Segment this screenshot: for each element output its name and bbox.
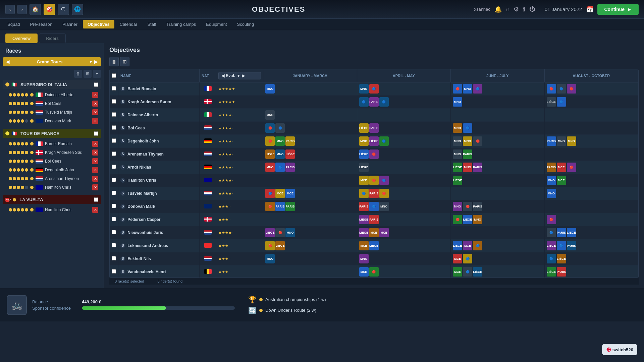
list-item: Bol Cees ✕: [3, 157, 101, 166]
row-checkbox[interactable]: [112, 256, 116, 260]
race-group-tdf-header[interactable]: 🇫🇷 TOUR DE FRANCE: [3, 129, 101, 138]
clock-icon[interactable]: ⏱: [58, 4, 69, 15]
rider-avatar: S: [120, 113, 125, 117]
list-item: Bol Cees ✕: [3, 99, 101, 108]
rider-stars: ★★★★★: [218, 87, 235, 91]
tab-scouting[interactable]: Scouting: [232, 20, 259, 28]
calendar-icon[interactable]: 📅: [586, 6, 593, 13]
tab-squad[interactable]: Squad: [3, 20, 25, 28]
objectives-table: NAME NAT. ◀ Eval. ▼ ▶ JANUARY - MARCH AP…: [110, 69, 638, 278]
rider-stars: ★★★★·: [218, 191, 233, 195]
tab-overview[interactable]: Overview: [5, 34, 38, 43]
rider-stars: ★★★··: [218, 257, 230, 261]
rider-name-cell: S Degenkolb John: [118, 135, 200, 148]
france-flag-icon: 🇫🇷: [11, 131, 17, 136]
row-checkbox[interactable]: [112, 204, 116, 208]
tab-calendar[interactable]: Calendar: [115, 20, 142, 28]
list-item: Dainese Alberto ✕: [3, 90, 101, 99]
row-checkbox[interactable]: [112, 138, 116, 143]
au-flag: [36, 185, 43, 190]
remove-rider-button[interactable]: ✕: [92, 184, 98, 190]
remove-rider-button[interactable]: ✕: [92, 109, 98, 115]
tab-preseason[interactable]: Pre-season: [25, 20, 57, 28]
au-flag: [36, 207, 43, 212]
rider-flag: [204, 217, 212, 222]
sponsor-bar: [82, 306, 235, 310]
tdf-checkbox[interactable]: [94, 131, 98, 136]
rider-stars: ★★★★·: [218, 178, 233, 182]
page-title: OBJECTIVES: [252, 5, 305, 14]
tdf-dot: [5, 131, 9, 135]
add-tool-button[interactable]: ⊞: [120, 57, 129, 66]
topbar-right: xsannac 🔔 ⌂ ⚙ ℹ ⏻ 01 January 2022 📅 Cont…: [474, 4, 639, 15]
nav-forward-button[interactable]: ›: [17, 5, 27, 14]
row-checkbox[interactable]: [112, 99, 116, 104]
nav-back-button[interactable]: ‹: [5, 5, 15, 14]
rider-name-cell: S Donovan Mark: [118, 200, 200, 213]
power-icon[interactable]: ⏻: [529, 6, 535, 13]
list-item: Donovan Mark ✕: [3, 117, 101, 125]
supergiro-checkbox[interactable]: [94, 82, 98, 87]
copy-icon[interactable]: ⊞: [84, 70, 92, 78]
list-item: Tusveld Martijn ✕: [3, 108, 101, 117]
row-checkbox-cell: [110, 265, 118, 278]
add-icon[interactable]: +: [93, 70, 101, 78]
rider-avatar: S: [120, 100, 125, 104]
rider-stars: ★★★··: [218, 244, 230, 248]
rider-stars: ★★★★·: [218, 139, 233, 143]
row-checkbox[interactable]: [112, 112, 116, 117]
rider-stars: ★★★★·: [218, 231, 233, 235]
row-checkbox-cell: [110, 148, 118, 161]
table-row: S Nieuwenhuis Joris ★★★★· LIÈGE🔴MNO LIÈG…: [110, 226, 638, 239]
tab-riders[interactable]: Riders: [39, 34, 66, 43]
row-checkbox[interactable]: [112, 217, 116, 221]
rider-name-cell: S Arndt Nikias: [118, 161, 200, 174]
tab-equipment[interactable]: Equipment: [201, 20, 231, 28]
home-icon[interactable]: 🏠: [30, 4, 41, 15]
select-all-checkbox[interactable]: [112, 73, 116, 78]
eval-dropdown[interactable]: ◀ Eval. ▼ ▶: [218, 72, 261, 79]
rider-eval-cell: ★★★··: [216, 265, 263, 278]
trash-icon[interactable]: 🗑: [74, 70, 82, 78]
row-checkbox[interactable]: [112, 125, 116, 130]
row-checkbox[interactable]: [112, 243, 116, 247]
tab-planner[interactable]: Planner: [58, 20, 82, 28]
remove-rider-button[interactable]: ✕: [92, 141, 98, 147]
house-icon[interactable]: ⌂: [506, 6, 509, 13]
objectives-icon[interactable]: 🎯: [44, 4, 55, 15]
race-group-supergiro: 🇮🇹 SUPERGIRO DI ITALIA Dainese Alberto ✕: [3, 80, 101, 125]
gear-icon[interactable]: ⚙: [514, 6, 519, 13]
race-group-supergiro-header[interactable]: 🇮🇹 SUPERGIRO DI ITALIA: [3, 80, 101, 89]
delete-tool-button[interactable]: 🗑: [109, 57, 119, 66]
remove-rider-button[interactable]: ✕: [92, 158, 98, 164]
tab-staff[interactable]: Staff: [143, 20, 161, 28]
info-icon[interactable]: ℹ: [523, 6, 525, 13]
row-checkbox[interactable]: [112, 86, 116, 90]
row-checkbox[interactable]: [112, 165, 116, 169]
race-group-vuelta-header[interactable]: VTA LA VUELTA: [3, 195, 101, 204]
row-checkbox[interactable]: [112, 230, 116, 234]
remove-rider-button[interactable]: ✕: [92, 207, 98, 213]
continue-button[interactable]: Continue ►: [597, 4, 639, 15]
row-checkbox[interactable]: [112, 269, 116, 274]
remove-rider-button[interactable]: ✕: [92, 167, 98, 173]
row-checkbox[interactable]: [112, 152, 116, 156]
row-checkbox-cell: [110, 239, 118, 252]
row-checkbox[interactable]: [112, 178, 116, 182]
remove-rider-button[interactable]: ✕: [92, 118, 98, 124]
bell-icon[interactable]: 🔔: [494, 6, 502, 13]
globe-icon[interactable]: 🌐: [72, 4, 83, 15]
tab-objectives[interactable]: Objectives: [83, 20, 114, 28]
vuelta-checkbox[interactable]: [94, 197, 98, 202]
rider-flag: [204, 99, 212, 104]
remove-rider-button[interactable]: ✕: [92, 101, 98, 107]
remove-rider-button[interactable]: ✕: [92, 176, 98, 182]
row-checkbox[interactable]: [112, 191, 116, 195]
grand-tours-nav[interactable]: ◀ Grand Tours ▼ ▶: [3, 57, 101, 66]
remove-rider-button[interactable]: ✕: [92, 149, 98, 156]
rider-stars: ★★★★·: [218, 113, 233, 117]
remove-rider-button[interactable]: ✕: [92, 92, 98, 98]
achievement-dot-1: [259, 298, 263, 301]
vuelta-name: LA VUELTA: [19, 197, 92, 202]
tab-training-camps[interactable]: Training camps: [162, 20, 201, 28]
